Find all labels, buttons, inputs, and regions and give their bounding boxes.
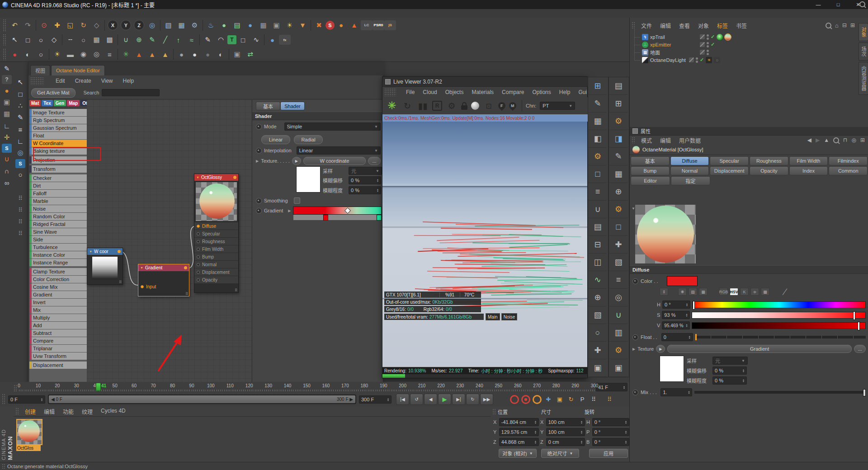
lc-pen-icon[interactable]: ✎ — [1, 63, 13, 74]
material-name-label[interactable]: OctGlos — [16, 445, 41, 451]
node-type-item[interactable]: Projection — [29, 156, 87, 164]
sphere-outline-icon[interactable]: ○ — [34, 48, 47, 60]
toolbar-separator[interactable] — [173, 49, 174, 60]
attr-blur-scale-field[interactable]: 0 %▲▼ — [712, 376, 747, 385]
visibility-dots[interactable] — [696, 57, 698, 63]
last-tool-icon[interactable]: ◇ — [90, 19, 103, 31]
lock-icon[interactable]: ⊓ — [843, 137, 847, 143]
primitive-sphere-icon[interactable]: ● — [266, 34, 279, 46]
collapse-icon[interactable]: ▼ — [632, 207, 635, 211]
drag-handle[interactable] — [14, 385, 17, 392]
record-icon[interactable]: ● — [8, 48, 21, 60]
drag-handle[interactable] — [3, 19, 6, 31]
box2-icon[interactable]: □ — [14, 89, 26, 99]
node-w-coordinate[interactable]: ▼ W coor ⠿ — [87, 248, 123, 285]
object-row-octanedaylight[interactable]: OctaneDayLight ✓ ☀ ◌ — [632, 56, 868, 64]
next-frame-button[interactable]: ▶| — [452, 394, 465, 405]
drag-handle[interactable] — [15, 408, 19, 415]
disc-icon[interactable]: ◉ — [77, 48, 90, 60]
node-type-item[interactable]: Clamp Texture — [29, 268, 87, 275]
pen2-icon[interactable]: ✎ — [14, 112, 26, 123]
extrude-icon[interactable]: ↑ — [172, 34, 185, 46]
toolbar-separator[interactable] — [62, 34, 62, 45]
tab-basic[interactable]: 基本 — [256, 102, 280, 110]
live-viewer-titlebar[interactable]: Live Viewer 3.07-R2 — [382, 77, 590, 86]
tab-shader[interactable]: Shader — [280, 102, 305, 110]
gradient-knot-strip[interactable] — [293, 215, 382, 220]
node-type-item[interactable]: Marble — [29, 197, 87, 205]
mix-slider[interactable] — [694, 391, 866, 394]
toolbar-separator[interactable] — [49, 49, 49, 60]
menu-item[interactable]: View — [96, 78, 118, 84]
editor-visibility-toggle[interactable] — [700, 50, 705, 55]
menu-item[interactable]: Cycles 4D — [97, 408, 130, 415]
node-type-item[interactable]: Invert — [29, 299, 87, 306]
radial-button[interactable]: Radial — [294, 135, 323, 144]
edges-mode-icon[interactable]: ≡ — [14, 124, 26, 135]
texture-link-button[interactable]: ▶ — [292, 157, 301, 165]
color-wheel-icon[interactable]: ❋ — [678, 288, 687, 296]
focus-picker-icon[interactable]: F — [497, 101, 507, 111]
input-port[interactable]: Roughness — [194, 238, 238, 245]
camera-icon[interactable]: ▣ — [270, 19, 283, 31]
orange-ball-icon[interactable]: ● — [1, 85, 13, 96]
lock-y-axis-icon[interactable]: Y — [121, 20, 131, 30]
menu-item[interactable]: 文件 — [637, 22, 656, 29]
dock-side-tab[interactable]: 对象 — [859, 23, 868, 41]
menu-item[interactable]: Cloud — [419, 89, 441, 95]
toolbar-separator[interactable] — [264, 34, 264, 45]
size-z-field[interactable]: 0 cm▲▼ — [546, 438, 585, 446]
node-type-item[interactable]: Random Color — [29, 213, 87, 220]
shader-section-header[interactable]: Shader — [252, 112, 388, 120]
kelvin-mode-button[interactable]: K — [740, 288, 749, 296]
new-panel-icon[interactable]: ⊞ — [860, 137, 865, 143]
node-type-item[interactable]: Triplanar — [29, 345, 87, 352]
object-row-xptrail[interactable]: ↯ xpTrail ✓ — [632, 33, 868, 41]
visibility-dots[interactable] — [707, 50, 709, 55]
value-bar[interactable] — [692, 322, 866, 329]
attribute-tab[interactable]: Normal — [670, 166, 709, 175]
superflow-icon[interactable]: S — [326, 21, 335, 30]
toolbar-separator[interactable] — [229, 49, 229, 60]
menu-item[interactable]: 功能 — [59, 408, 78, 415]
resize-handle-icon[interactable]: ⠿ — [119, 280, 122, 284]
position-y-field[interactable]: 129.576 cm▲▼ — [499, 428, 539, 436]
play-button[interactable]: ▶ — [438, 394, 451, 405]
gradient-midpoint-handle[interactable] — [344, 207, 351, 214]
input-port[interactable]: Specular — [194, 230, 238, 237]
material-picker-icon[interactable]: M — [508, 101, 518, 111]
texture-preview-swatch[interactable] — [296, 166, 321, 193]
material-ball-icon[interactable] — [471, 102, 479, 110]
palette-icon[interactable]: ▦ — [609, 165, 628, 183]
drag-handle[interactable] — [492, 409, 496, 415]
palette-icon[interactable]: ⚙ — [609, 201, 628, 218]
palette-dock-icon[interactable]: ⠿ — [14, 216, 26, 227]
model-mode-icon[interactable]: ▣ — [1, 97, 13, 108]
menu-item[interactable]: Help — [118, 78, 139, 84]
input-port[interactable]: Normal — [194, 261, 238, 268]
palette-icon[interactable]: ⊟ — [588, 236, 607, 254]
toolbar-separator[interactable] — [118, 49, 118, 60]
goto-start-button[interactable]: |◀ — [396, 394, 409, 405]
saturation-bar[interactable] — [692, 312, 866, 319]
object-row-floor[interactable]: ▦ 地面 — [632, 48, 868, 56]
attr-texture-preview-swatch[interactable] — [660, 356, 684, 382]
node-gradient[interactable]: ▼ Gradient Input ⠿ — [138, 264, 189, 296]
mix-field[interactable]: 1.▲▼ — [660, 388, 692, 396]
minimize-button[interactable]: — — [808, 0, 828, 9]
lasso-select-icon[interactable]: ○ — [34, 34, 47, 46]
target-icon[interactable]: ◎ — [851, 137, 856, 143]
palette-icon[interactable]: ⚙ — [588, 148, 607, 165]
rotation-b-field[interactable]: 0 °▲▼ — [592, 438, 629, 446]
category-tab[interactable]: Tex — [42, 100, 53, 106]
editor-visibility-toggle[interactable] — [700, 42, 705, 47]
xp-star-icon[interactable]: ✳ — [119, 48, 132, 60]
palette-icon[interactable]: ∪ — [609, 306, 628, 324]
coordinate-system-icon[interactable]: ◎ — [146, 19, 159, 31]
palette-icon[interactable]: ◨ — [609, 130, 628, 148]
collapse-icon[interactable]: ▼ — [89, 250, 92, 253]
menu-item[interactable]: 编辑 — [656, 136, 675, 144]
node-type-item[interactable]: Add — [29, 322, 87, 329]
palette-icon[interactable]: ✎ — [588, 95, 607, 113]
palette-icon[interactable]: ▣ — [588, 359, 607, 377]
